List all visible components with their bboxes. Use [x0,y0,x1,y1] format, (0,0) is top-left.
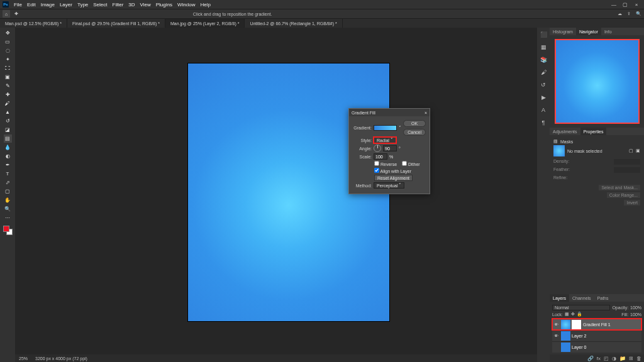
cloud-icon[interactable]: ☁ [618,11,622,16]
menu-file[interactable]: File [11,2,25,8]
share-icon[interactable]: ⇪ [627,11,631,16]
layer-mask-thumb[interactable] [572,320,581,329]
layer-row-1[interactable]: 👁 Layer 2 [552,330,641,341]
menu-3d[interactable]: 3D [126,2,137,8]
crop-tool-icon[interactable]: ⛶ [4,64,12,72]
zoom-tool-icon[interactable]: 🔍 [4,205,12,213]
layer-name[interactable]: Layer 2 [572,334,641,338]
opacity-value[interactable]: 100% [630,305,641,310]
fx-icon[interactable]: fx [597,356,601,361]
more-tools-icon[interactable]: ⋯ [4,214,12,222]
color-swatches[interactable] [3,226,13,235]
actions-panel-icon[interactable]: ▶ [539,93,548,102]
menu-type[interactable]: Type [75,2,91,8]
doc-tab-3[interactable]: Untitled-2 @ 66.7% (Rectangle 1, RGB/8#)… [245,19,342,28]
layer-thumb[interactable] [561,331,570,341]
tab-paths[interactable]: Paths [594,294,612,302]
link-layers-icon[interactable]: 🔗 [587,356,594,361]
history-panel-icon[interactable]: ↺ [539,80,548,89]
menu-plugins[interactable]: Plugins [153,2,175,8]
mask-icon[interactable]: ◰ [604,356,609,361]
menu-help[interactable]: Help [197,2,213,8]
tab-channels[interactable]: Channels [569,294,594,302]
doc-tab-2[interactable]: Man.jpg @ 25% (Layer 2, RGB/8) * [165,19,245,28]
gradient-picker[interactable] [374,125,397,131]
navigator-panel[interactable] [550,35,644,128]
method-dropdown[interactable]: Perceptual˅ [374,182,404,189]
menu-layer[interactable]: Layer [57,2,75,8]
ok-button[interactable]: OK [403,120,426,127]
dialog-close-icon[interactable]: × [425,111,427,115]
layer-name[interactable]: Layer 0 [572,345,641,349]
pixel-mask-icon[interactable]: ▢ [629,148,633,153]
brush-tool-icon[interactable]: 🖌 [4,99,12,107]
lock-all-icon[interactable]: 🔒 [577,312,582,317]
dither-checkbox[interactable]: Dither [402,161,420,167]
menu-filter[interactable]: Filter [110,2,126,8]
trash-icon[interactable]: 🗑 [636,356,641,361]
doc-tab-0[interactable]: Man.psd @ 12.5% (RGB/8) * [0,19,67,28]
heal-tool-icon[interactable]: ✚ [4,90,12,99]
vector-mask-icon[interactable]: ▣ [636,148,640,153]
menu-view[interactable]: View [138,2,153,8]
layer-row-0[interactable]: 👁 Gradient Fill 1 [552,319,641,330]
canvas-area[interactable]: Gradient Fill × Gradient: ˅ OK Cancel St… [15,28,537,362]
angle-dial[interactable] [374,145,381,152]
new-doc-button[interactable]: ✚ [13,10,20,18]
search-icon[interactable]: 🔍 [636,11,641,16]
foreground-swatch[interactable] [3,226,9,232]
reverse-checkbox[interactable]: Reverse [374,161,397,167]
tab-info[interactable]: Info [601,28,615,35]
gradient-tool-icon[interactable]: ▤ [4,134,12,143]
shape-tool-icon[interactable]: ▢ [4,187,12,195]
menu-window[interactable]: Window [175,2,197,8]
menu-select[interactable]: Select [91,2,109,8]
history-brush-icon[interactable]: ↺ [4,117,12,125]
window-maximize-icon[interactable]: ▢ [620,1,630,8]
angle-input[interactable]: 90 [383,145,397,151]
swatches-panel-icon[interactable]: ▦ [539,43,548,52]
pen-tool-icon[interactable]: ✒ [4,161,12,169]
eyedropper-tool-icon[interactable]: ✎ [4,82,12,90]
window-minimize-icon[interactable]: — [609,1,619,8]
tab-navigator[interactable]: Navigator [576,28,601,35]
blend-mode-dropdown[interactable]: Normal [552,305,610,310]
brushes-panel-icon[interactable]: 🖌 [539,68,548,77]
eraser-tool-icon[interactable]: ◪ [4,126,12,134]
menu-edit[interactable]: Edit [25,2,38,8]
tab-histogram[interactable]: Histogram [550,28,576,35]
lock-pixels-icon[interactable]: ▦ [565,312,569,317]
tab-properties[interactable]: Properties [580,128,607,135]
dodge-tool-icon[interactable]: ◐ [4,152,12,160]
blur-tool-icon[interactable]: 💧 [4,143,12,151]
tab-layers[interactable]: Layers [550,294,569,302]
char-panel-icon[interactable]: A [539,106,548,114]
color-panel-icon[interactable]: ⬛ [539,30,548,39]
style-dropdown[interactable]: Radial˅ [374,137,396,143]
reset-alignment-button[interactable]: Reset Alignment [374,175,413,181]
fill-value[interactable]: 100% [630,312,641,317]
home-button[interactable]: ⌂ [3,10,10,18]
scale-input[interactable]: 100 [374,153,387,160]
lasso-tool-icon[interactable]: ◌ [4,47,12,55]
hand-tool-icon[interactable]: ✋ [4,196,12,204]
marquee-tool-icon[interactable]: ▭ [4,38,12,46]
align-checkbox[interactable]: Align with Layer [374,168,411,173]
path-tool-icon[interactable]: ⬀ [4,178,12,187]
visibility-icon[interactable]: 👁 [552,334,560,338]
menu-image[interactable]: Image [38,2,57,8]
navigator-thumb[interactable] [555,39,640,124]
status-zoom[interactable]: 25% [19,356,28,361]
stamp-tool-icon[interactable]: ▲ [4,108,12,116]
wand-tool-icon[interactable]: ✦ [4,55,12,63]
cancel-button[interactable]: Cancel [403,129,426,136]
frame-tool-icon[interactable]: ▣ [4,73,12,81]
layer-thumb[interactable] [561,320,570,329]
para-panel-icon[interactable]: ¶ [539,118,548,127]
mask-thumb[interactable] [553,145,565,156]
lock-position-icon[interactable]: ✥ [571,312,575,317]
adjustment-icon[interactable]: ◑ [612,356,616,361]
libraries-panel-icon[interactable]: 📚 [539,55,548,64]
visibility-icon[interactable]: 👁 [552,322,560,327]
layer-thumb[interactable] [561,343,570,352]
